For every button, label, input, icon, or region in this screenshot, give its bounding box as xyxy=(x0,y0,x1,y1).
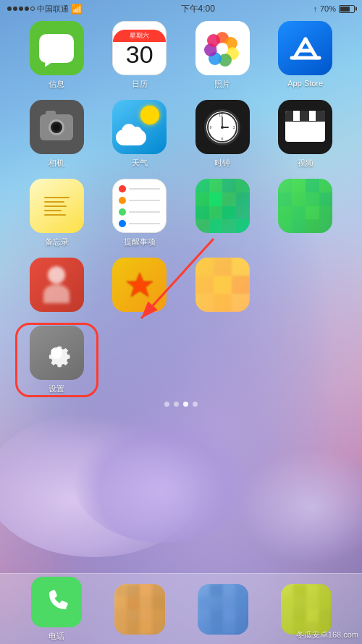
app-pix-green1[interactable] xyxy=(184,179,261,247)
app-videos[interactable]: 视频 xyxy=(267,100,345,169)
svg-text:12: 12 xyxy=(219,113,223,117)
app-empty2 xyxy=(101,326,179,394)
status-time: 下午4:00 xyxy=(181,3,215,15)
pix-star-icon xyxy=(112,258,167,312)
videos-label: 视频 xyxy=(298,158,313,169)
app-settings[interactable]: 设置 xyxy=(18,326,96,394)
dock-app4[interactable] xyxy=(281,584,332,635)
pix-green1-icon xyxy=(195,179,250,233)
clock-icon: 12 3 6 9 xyxy=(195,100,250,154)
weather-label: 天气 xyxy=(132,158,148,169)
messages-label: 信息 xyxy=(49,79,64,90)
wifi-icon: 📶 xyxy=(71,4,83,14)
notes-lines xyxy=(41,190,73,222)
clapboard xyxy=(285,111,325,143)
camera-body xyxy=(40,114,73,140)
app-reminders[interactable]: 提醒事项 xyxy=(101,179,179,247)
dock-app4-icon xyxy=(281,584,332,635)
photos-wheel xyxy=(203,30,241,67)
pix-yellow-icon xyxy=(195,258,250,312)
dock-phone-label: 电话 xyxy=(49,631,64,642)
pix-green2-icon xyxy=(278,179,332,233)
camera-label: 相机 xyxy=(49,158,64,169)
svg-marker-20 xyxy=(127,273,153,297)
empty3-icon xyxy=(195,326,250,380)
pix-red-icon xyxy=(30,258,84,312)
svg-text:6: 6 xyxy=(222,137,224,141)
photos-icon xyxy=(195,21,250,75)
app-weather[interactable]: 天气 xyxy=(101,100,179,169)
messages-bubble xyxy=(39,34,74,63)
notes-label: 备忘录 xyxy=(45,237,69,247)
dock-app2-icon xyxy=(114,584,165,635)
appstore-svg xyxy=(287,30,324,67)
svg-line-9 xyxy=(306,39,316,58)
notes-icon xyxy=(30,179,84,233)
clock-label: 时钟 xyxy=(214,158,230,169)
clock-face: 12 3 6 9 xyxy=(204,109,240,145)
app-calendar[interactable]: 星期六 30 日历 xyxy=(101,21,179,90)
svg-text:3: 3 xyxy=(233,125,235,130)
calendar-label: 日历 xyxy=(132,79,148,90)
carrier-name: 中国联通 xyxy=(37,4,69,14)
app-photos[interactable]: 照片 xyxy=(184,21,261,90)
videos-icon xyxy=(278,100,332,154)
appstore-label: App Store xyxy=(287,79,323,88)
location-arrow-icon: ↑ xyxy=(313,4,317,13)
status-left: 中国联通 📶 xyxy=(7,4,83,14)
app-pix-star[interactable] xyxy=(101,258,179,315)
weather-sun xyxy=(140,106,159,124)
app-pix-green2[interactable] xyxy=(267,179,345,247)
app-pix-red[interactable] xyxy=(18,258,96,315)
calendar-icon: 星期六 30 xyxy=(112,21,167,75)
battery-icon xyxy=(339,5,355,13)
page-dot-4[interactable] xyxy=(193,402,198,407)
page-dot-3[interactable] xyxy=(183,402,188,407)
svg-line-8 xyxy=(295,39,306,58)
status-right: ↑ 70% xyxy=(313,4,355,13)
app-empty3 xyxy=(184,326,261,394)
svg-point-19 xyxy=(221,126,224,129)
dock-app3-icon xyxy=(198,584,248,635)
svg-point-7 xyxy=(216,43,228,54)
app-messages[interactable]: 信息 xyxy=(18,21,96,90)
camera-icon xyxy=(30,100,84,154)
svg-text:9: 9 xyxy=(210,125,212,130)
calendar-date: 30 xyxy=(126,42,153,67)
signal-bars xyxy=(7,7,35,11)
dock-phone[interactable]: 电话 xyxy=(31,577,82,642)
page-dot-1[interactable] xyxy=(164,402,169,407)
empty4-icon xyxy=(278,326,332,380)
battery-percent: 70% xyxy=(320,4,336,13)
app-empty4 xyxy=(267,326,345,394)
app-clock[interactable]: 12 3 6 9 时钟 xyxy=(184,100,261,169)
status-bar: 中国联通 📶 下午4:00 ↑ 70% xyxy=(0,0,362,17)
appstore-icon xyxy=(278,21,332,75)
watermark: 冬瓜安卓168.com xyxy=(296,630,358,640)
empty2-icon xyxy=(112,326,167,380)
app-empty-slot xyxy=(267,258,345,315)
app-grid: 信息 星期六 30 日历 xyxy=(14,21,348,394)
camera-lens-inner xyxy=(53,124,60,131)
reminders-label: 提醒事项 xyxy=(124,237,156,247)
app-camera[interactable]: 相机 xyxy=(18,100,96,169)
clapboard-bottom xyxy=(285,122,325,142)
weather-icon xyxy=(112,100,167,154)
photos-label: 照片 xyxy=(214,79,230,90)
reminders-icon xyxy=(112,179,167,233)
page-dots xyxy=(0,394,362,414)
dock-app3[interactable] xyxy=(198,584,248,635)
dock-app2[interactable] xyxy=(114,584,165,635)
app-notes[interactable]: 备忘录 xyxy=(18,179,96,247)
page-dot-2[interactable] xyxy=(174,402,179,407)
dock-phone-icon xyxy=(31,577,82,627)
camera-bump xyxy=(46,111,56,116)
weather-cloud xyxy=(116,130,146,145)
app-pix-yellow[interactable] xyxy=(184,258,261,315)
settings-highlight-border xyxy=(15,323,98,397)
empty-icon xyxy=(278,258,332,312)
camera-lens xyxy=(49,119,64,135)
home-screen: 信息 星期六 30 日历 xyxy=(0,17,362,394)
clapboard-top xyxy=(285,111,325,121)
app-appstore[interactable]: App Store xyxy=(267,21,345,90)
